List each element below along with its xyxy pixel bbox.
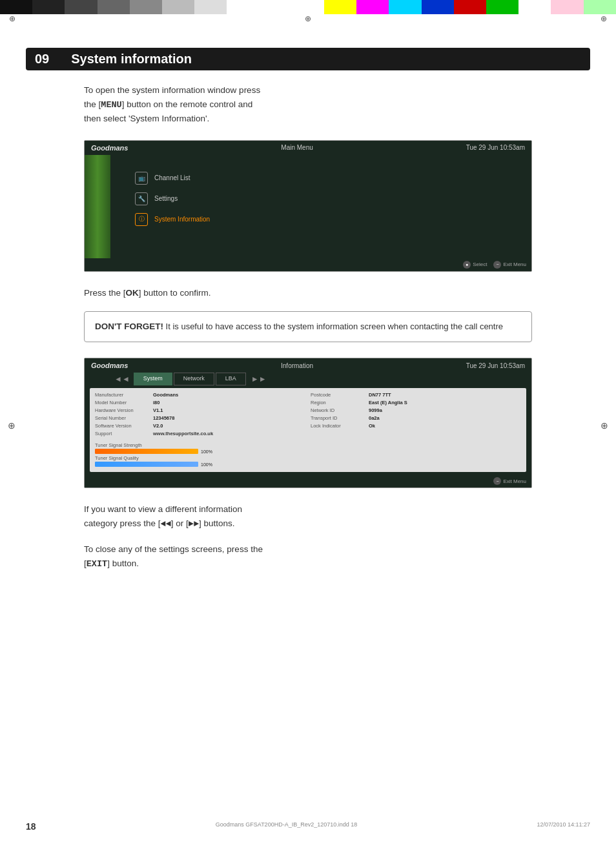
info-brand: Goodmans [91, 362, 128, 369]
color-block-lightgreen [584, 0, 616, 14]
info-row-model: Model Number i80 [95, 400, 305, 405]
dont-forget-box: DON'T FORGET! It is useful to have acces… [84, 311, 532, 342]
hardware-label: Hardware Version [95, 407, 153, 413]
color-block-2 [32, 0, 65, 14]
bottom-file: Goodmans GFSAT200HD-A_IB_Rev2_120710.ind… [216, 821, 357, 832]
select-icon: ● [463, 261, 471, 269]
signal-strength-label: Tuner Signal Strength [95, 442, 521, 448]
info-time: Tue 29 Jun 10:53am [466, 362, 525, 369]
intro-text-3: ] button on the remote control and [122, 99, 253, 109]
region-value: East (E) Anglia S [369, 400, 407, 405]
color-block-7 [194, 0, 227, 14]
settings-icon: 🔧 [135, 192, 148, 205]
software-value: V2.0 [153, 423, 163, 429]
manufacturer-label: Manufacturer [95, 392, 153, 398]
exit-icon: − [493, 261, 501, 269]
info-row-hardware: Hardware Version V1.1 [95, 407, 305, 413]
transport-label: Transport ID [311, 415, 369, 421]
intro-text-1: To open the system information window pr… [84, 85, 260, 95]
signal-strength-row: Tuner Signal Strength 100% [95, 442, 521, 454]
serial-label: Serial Number [95, 415, 153, 421]
info-exit-btn: − Exit Menu [493, 477, 526, 485]
postcode-label: Postcode [311, 392, 369, 398]
info-row-software: Software Version V2.0 [95, 423, 305, 429]
signal-quality-bar-container: 100% [95, 462, 521, 467]
channel-list-icon: 📺 [135, 172, 148, 185]
support-value: www.thesupportsite.co.uk [153, 431, 213, 436]
software-label: Software Version [95, 423, 153, 429]
green-sidebar [85, 155, 110, 258]
tab-system[interactable]: System [134, 373, 172, 385]
hardware-value: V1.1 [153, 407, 163, 413]
signal-quality-pct: 100% [201, 462, 212, 467]
color-block-green [486, 0, 518, 14]
tab-network[interactable]: Network [174, 373, 214, 385]
info-row-manufacturer: Manufacturer Goodmans [95, 392, 305, 398]
info-title: Information [281, 362, 313, 369]
screen-body: 📺 Channel List 🔧 Settings ⓘ System Infor… [85, 155, 531, 258]
transport-value: 0a2a [369, 415, 380, 421]
support-label: Support [95, 431, 153, 436]
settings-label: Settings [154, 195, 178, 202]
menu-item-settings: 🔧 Settings [130, 189, 525, 209]
info-row-serial: Serial Number 12345678 [95, 415, 305, 421]
ok-key: OK [126, 288, 139, 298]
color-block-6 [162, 0, 194, 14]
bottom-date: 12/07/2010 14:11:27 [537, 821, 590, 832]
color-block-blue [422, 0, 454, 14]
model-label: Model Number [95, 400, 153, 405]
press-ok-1: Press the [ [84, 288, 126, 298]
different-category-text: If you want to view a different informat… [84, 502, 532, 532]
info-screen-header: Goodmans Information Tue 29 Jun 10:53am [85, 358, 531, 373]
info-screen-footer: − Exit Menu [85, 475, 531, 487]
right-crosshair: ⊕ [601, 420, 608, 431]
channel-list-label: Channel List [154, 174, 190, 181]
info-row-postcode: Postcode DN77 7TT [311, 392, 521, 398]
info-row-support: Support www.thesupportsite.co.uk [95, 431, 305, 436]
color-block-8 [227, 0, 259, 14]
info-row-lock: Lock Indicator Ok [311, 423, 521, 429]
diff-text-2: category press the [ [84, 518, 161, 528]
color-block-red [454, 0, 486, 14]
press-ok-2: ] button to confirm. [139, 288, 211, 298]
chapter-number: 09 [26, 48, 58, 70]
screen-brand: Goodmans [91, 144, 128, 152]
signal-quality-bar-bg [95, 462, 198, 467]
menu-items-container: 📺 Channel List 🔧 Settings ⓘ System Infor… [130, 168, 525, 230]
info-row-region: Region East (E) Anglia S [311, 400, 521, 405]
dont-forget-label: DON'T FORGET! [95, 322, 163, 331]
info-content-area: Manufacturer Goodmans Model Number i80 H… [90, 388, 526, 472]
signal-strength-pct: 100% [201, 449, 212, 454]
main-content: To open the system information window pr… [84, 83, 532, 571]
left-arrows-key: ◄◄ [161, 519, 171, 529]
color-block-pink [551, 0, 583, 14]
serial-value: 12345678 [153, 415, 174, 421]
color-block-4 [98, 0, 130, 14]
info-exit-icon: − [493, 477, 501, 485]
info-columns: Manufacturer Goodmans Model Number i80 H… [95, 392, 521, 438]
top-center-crosshair: ⊕ [305, 14, 311, 23]
menu-key: MENU [101, 100, 121, 110]
region-label: Region [311, 400, 369, 405]
lock-value: Ok [369, 423, 375, 429]
tab-lba[interactable]: LBA [216, 373, 246, 385]
color-block-5 [130, 0, 162, 14]
color-block-cyan [389, 0, 421, 14]
close-text-3: ] button. [107, 559, 139, 568]
exit-key: EXIT [87, 559, 107, 569]
diff-text-1: If you want to view a different informat… [84, 504, 242, 514]
top-margin: ⊕ ⊕ ⊕ [0, 14, 616, 23]
dont-forget-text: It is useful to have access to the syste… [166, 322, 503, 331]
signal-quality-bar-fill [95, 462, 198, 467]
intro-text-4: then select 'System Information'. [84, 114, 209, 123]
model-value: i80 [153, 400, 159, 405]
color-block-1 [0, 0, 32, 14]
signal-strength-bar-container: 100% [95, 449, 521, 454]
top-right-crosshair: ⊕ [601, 14, 607, 23]
right-arrows: ►► [247, 373, 271, 385]
left-crosshair: ⊕ [8, 420, 15, 431]
info-left-column: Manufacturer Goodmans Model Number i80 H… [95, 392, 305, 438]
diff-text-4: ] buttons. [199, 518, 235, 528]
top-color-bar [0, 0, 616, 14]
color-block-yellow [324, 0, 356, 14]
